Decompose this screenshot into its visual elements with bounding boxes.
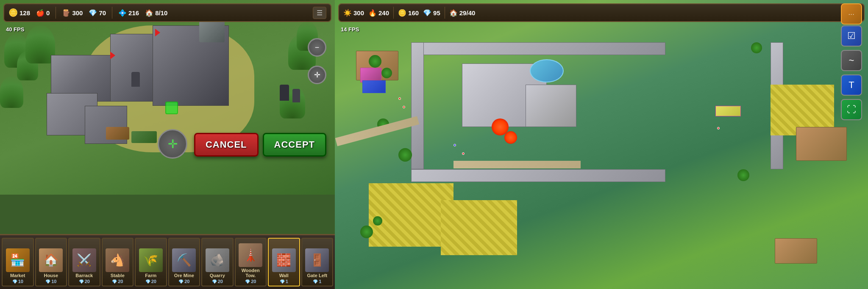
- oremine-cost: 💎 20: [178, 279, 189, 284]
- unit-dot-1: [398, 97, 401, 100]
- sun-value: 300: [353, 9, 364, 17]
- flag-1: [110, 52, 115, 59]
- market-icon: 🏪: [6, 248, 30, 272]
- building-oremine[interactable]: ⛏️ Ore Mine 💎 20: [168, 238, 200, 286]
- castle-inner-2: [526, 85, 576, 127]
- pop-value: 29/40: [459, 9, 476, 17]
- farm-label: Farm: [145, 273, 156, 278]
- silver-value: 95: [433, 9, 440, 17]
- market-cost-value: 10: [18, 279, 23, 284]
- quarry-cost: 💎 20: [212, 279, 223, 284]
- wall-label: Wall: [279, 273, 289, 278]
- market-label: Market: [10, 273, 25, 278]
- text-button[interactable]: T: [841, 74, 862, 96]
- navigation-control[interactable]: [158, 129, 187, 159]
- sun-icon: ☀️: [343, 9, 352, 17]
- field-2: [441, 200, 517, 255]
- house-cost-value: 10: [51, 279, 56, 284]
- pop-icon: 🏠: [449, 9, 458, 17]
- unit-3: [292, 89, 300, 102]
- accept-button[interactable]: ACCEPT: [263, 133, 326, 157]
- building-wall[interactable]: 🧱 Wall 💎 1: [268, 238, 300, 286]
- food-resource: 🍎 0: [36, 9, 50, 17]
- wood-icon: 🪵: [62, 9, 70, 17]
- stable-cost: 💎 20: [112, 279, 123, 284]
- building-farm[interactable]: 🌾 Farm 💎 20: [135, 238, 167, 286]
- stable-label: Stable: [111, 273, 125, 278]
- game-viewport-left[interactable]: − ✛ 🪙 128 🍎 0 🪵 300 💎 70 �: [0, 0, 335, 195]
- unit-2: [280, 85, 289, 101]
- menu-button[interactable]: ☰: [313, 7, 326, 19]
- barrack-cost-value: 20: [85, 279, 90, 284]
- quarry-label: Quarry: [210, 273, 225, 278]
- unit-dot-3: [453, 144, 456, 146]
- building-cluster-3: [775, 238, 817, 264]
- castle-wall-outer-top: [411, 42, 665, 55]
- castle-wall-outer-left: [411, 42, 424, 169]
- market-stall-2: [362, 80, 386, 93]
- building-cluster-2: [796, 127, 847, 161]
- hud-top-right: ☀️ 300 🔥 240 🪙 160 💎 95 🏠 29/40: [338, 3, 865, 22]
- barrack-icon: ⚔️: [72, 248, 96, 272]
- zoom-control[interactable]: −: [308, 38, 326, 57]
- gateleft-cost-icon: 💎: [313, 279, 318, 284]
- building-market[interactable]: 🏪 Market 💎 10: [2, 238, 34, 286]
- house-cost: 💎 10: [45, 279, 56, 284]
- building-woodtower[interactable]: 🗼 Wooden Tow. 💎 20: [235, 238, 267, 286]
- wall-icon: 🧱: [272, 248, 296, 272]
- house-build-icon: 🏠: [39, 248, 63, 272]
- placement-indicator: [165, 102, 178, 114]
- flag-2: [155, 29, 160, 36]
- food-value: 0: [46, 9, 50, 17]
- fps-label-left: 40 FPS: [6, 26, 24, 33]
- stone-icon: 💎: [89, 9, 97, 17]
- notification-badge[interactable]: ···: [841, 3, 862, 25]
- right-action-buttons: ☑ ~ T ⛶: [841, 25, 862, 120]
- tent-structure: [199, 21, 225, 42]
- game-viewport-right[interactable]: ☀️ 300 🔥 240 🪙 160 💎 95 🏠 29/40 14 FP: [335, 0, 868, 289]
- checklist-button[interactable]: ☑: [841, 25, 862, 47]
- gateleft-icon: 🚪: [305, 248, 329, 272]
- coin-icon-right: 🪙: [398, 9, 406, 17]
- action-buttons: CANCEL ACCEPT: [194, 133, 326, 157]
- tilde-button[interactable]: ~: [841, 50, 862, 71]
- tree-r7: [373, 216, 382, 226]
- stone-resource: 💎 70: [89, 9, 106, 17]
- house-resource: 🏠 8/10: [145, 9, 167, 17]
- building-gateleft[interactable]: 🚪 Gate Left 💎 1: [301, 238, 334, 286]
- silver-resource: 💎 95: [423, 9, 440, 17]
- fire-effect-2: [504, 131, 517, 144]
- building-barrack[interactable]: ⚔️ Barrack 💎 20: [68, 238, 100, 286]
- barrack-label: Barrack: [75, 273, 93, 278]
- market-cost: 💎 10: [12, 279, 23, 284]
- expand-button[interactable]: ⛶: [841, 99, 862, 120]
- silver-icon: 💎: [423, 9, 431, 17]
- wood-value: 300: [72, 9, 83, 17]
- fire-icon: 🔥: [368, 9, 377, 17]
- notification-icon: ···: [849, 11, 855, 17]
- woodtower-cost-value: 20: [251, 279, 256, 284]
- stone-value: 70: [99, 9, 106, 17]
- building-stable[interactable]: 🐴 Stable 💎 20: [102, 238, 134, 286]
- barrack-cost: 💎 20: [79, 279, 90, 284]
- gem-icon: 💠: [118, 9, 127, 17]
- unit-dot-2: [403, 106, 405, 108]
- building-bar: 🏪 Market 💎 10 🏠 House 💎 10 ⚔️ Barrack 💎 …: [0, 234, 335, 289]
- gold-icon: 🪙: [8, 8, 18, 17]
- tree-r8: [737, 169, 749, 181]
- coin-resource-right: 🪙 160: [398, 9, 419, 17]
- woodtower-cost-icon: 💎: [245, 279, 250, 284]
- building-quarry[interactable]: 🪨 Quarry 💎 20: [201, 238, 234, 286]
- building-house[interactable]: 🏠 House 💎 10: [35, 238, 67, 286]
- road-1: [335, 116, 419, 146]
- pop-resource: 🏠 29/40: [449, 9, 476, 17]
- hud-sep-1: [56, 7, 56, 19]
- road-2: [453, 161, 581, 168]
- woodtower-label: Wooden Tow.: [236, 268, 265, 278]
- farm-cost-icon: 💎: [145, 279, 150, 284]
- food-icon: 🍎: [36, 9, 45, 17]
- castle-wall-outer-bottom: [411, 169, 665, 182]
- fire-value: 240: [378, 9, 389, 17]
- move-control[interactable]: ✛: [308, 66, 326, 84]
- cancel-button[interactable]: CANCEL: [194, 133, 259, 157]
